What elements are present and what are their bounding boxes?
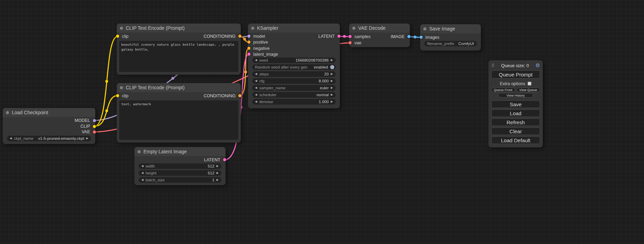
widget-value: euler <box>320 86 329 90</box>
increment-arrow-icon[interactable]: ▶ <box>331 80 333 82</box>
input-label-latent-image: latent_image <box>253 52 278 57</box>
output-label-conditioning: CONDITIONING <box>204 93 236 98</box>
menu-header: ⠿ Queue size: 0 ⚙ <box>491 62 540 69</box>
queue-buttons-row: Queue Front View Queue <box>491 88 540 92</box>
widget-height[interactable]: ◀ height 512 ▶ <box>139 170 221 176</box>
decrement-arrow-icon[interactable]: ◀ <box>255 93 257 96</box>
decrement-arrow-icon[interactable]: ◀ <box>10 137 12 140</box>
input-slot-positive[interactable] <box>247 40 250 44</box>
output-slot-vae[interactable] <box>93 130 96 134</box>
clear-button[interactable]: Clear <box>491 127 540 135</box>
node-clip-text-encode-positive[interactable]: CLIP Text Encode (Prompt) clip CONDITION… <box>117 24 241 75</box>
input-slot-clip[interactable] <box>116 35 119 38</box>
node-save-image[interactable]: Save Image images filename_prefix ComfyU… <box>420 24 481 51</box>
wire-midpoint-dot <box>243 38 246 40</box>
load-button[interactable]: Load <box>491 109 540 117</box>
increment-arrow-icon[interactable]: ▶ <box>217 172 219 174</box>
widget-name: ckpt_name <box>14 136 33 141</box>
node-title-bar[interactable]: CLIP Text Encode (Prompt) <box>117 24 241 33</box>
drag-handle-icon[interactable]: ⠿ <box>491 63 495 68</box>
increment-arrow-icon[interactable]: ▶ <box>331 100 333 103</box>
output-slot-conditioning[interactable] <box>238 35 241 38</box>
node-load-checkpoint[interactable]: Load Checkpoint MODEL CLIP VAE ◀ ckpt_na… <box>3 108 95 144</box>
node-title-bar[interactable]: Empty Latent Image <box>134 147 226 156</box>
widget-width[interactable]: ◀ width 512 ▶ <box>139 163 221 169</box>
output-slot-clip[interactable] <box>93 125 96 128</box>
queue-prompt-button[interactable]: Queue Prompt <box>491 70 540 79</box>
widget-cfg[interactable]: ◀ cfg 8.000 ▶ <box>252 78 336 84</box>
wire-midpoint-dot <box>244 71 247 73</box>
widget-name: cfg <box>259 79 264 83</box>
widget-value: 8.000 <box>319 79 329 83</box>
load-default-button[interactable]: Load Default <box>491 136 540 144</box>
decrement-arrow-icon[interactable]: ◀ <box>255 100 257 103</box>
increment-arrow-icon[interactable]: ▶ <box>86 137 88 140</box>
node-title-bar[interactable]: CLIP Text Encode (Prompt) <box>117 83 241 92</box>
decrement-arrow-icon[interactable]: ◀ <box>141 179 143 181</box>
widget-denoise[interactable]: ◀ denoise 1.000 ▶ <box>252 99 336 105</box>
node-status-dot-icon <box>6 111 9 114</box>
widget-batch-size[interactable]: ◀ batch_size 1 ▶ <box>139 177 221 183</box>
increment-arrow-icon[interactable]: ▶ <box>331 87 333 89</box>
refresh-button[interactable]: Refresh <box>491 118 540 126</box>
input-slot-images[interactable] <box>420 36 423 39</box>
decrement-arrow-icon[interactable]: ◀ <box>255 87 257 89</box>
widget-ckpt-name[interactable]: ◀ ckpt_name v1-5-pruned-emaonly.ckpt ▶ <box>7 136 91 141</box>
node-ksampler[interactable]: KSampler model positive negative latent_… <box>248 24 340 108</box>
settings-gear-icon[interactable]: ⚙ <box>536 62 540 69</box>
widget-scheduler[interactable]: ◀ scheduler normal ▶ <box>252 92 336 98</box>
increment-arrow-icon[interactable]: ▶ <box>331 73 333 75</box>
input-slot-vae[interactable] <box>349 41 352 44</box>
widget-name: height <box>145 171 156 175</box>
decrement-arrow-icon[interactable]: ◀ <box>255 59 257 62</box>
output-label-vae: VAE <box>82 129 90 134</box>
input-slot-negative[interactable] <box>247 47 250 50</box>
output-slot-image[interactable] <box>407 35 411 38</box>
save-button[interactable]: Save <box>491 100 540 108</box>
increment-arrow-icon[interactable]: ▶ <box>331 59 333 62</box>
node-vae-decode[interactable]: VAE Decode samples vae IMAGE <box>349 24 410 47</box>
extra-options-checkbox[interactable] <box>528 82 531 85</box>
widget-sampler-name[interactable]: ◀ sampler_name euler ▶ <box>252 85 336 91</box>
input-slot-clip[interactable] <box>116 94 119 97</box>
node-title-bar[interactable]: Load Checkpoint <box>3 108 95 117</box>
input-slot-latent-image[interactable] <box>247 53 250 56</box>
decrement-arrow-icon[interactable]: ◀ <box>255 80 257 82</box>
node-title-bar[interactable]: KSampler <box>248 24 340 33</box>
input-slot-samples[interactable] <box>349 35 352 38</box>
widget-seed[interactable]: ◀ seed 156680208700286 ▶ <box>252 57 336 63</box>
widget-value: 20 <box>324 72 329 76</box>
node-empty-latent-image[interactable]: Empty Latent Image LATENT ◀ width 512 ▶ … <box>134 147 226 185</box>
input-slot-model[interactable] <box>247 35 250 38</box>
increment-arrow-icon[interactable]: ▶ <box>331 93 333 96</box>
extra-options-row: Extra options <box>491 81 540 87</box>
widget-seed-control[interactable]: Random seed after every gen enabled <box>252 64 336 70</box>
node-title-bar[interactable]: VAE Decode <box>349 24 410 33</box>
prompt-textarea[interactable]: beautiful scenery nature glass bottle la… <box>119 41 238 72</box>
output-slot-conditioning[interactable] <box>238 94 241 97</box>
graph-canvas[interactable]: Load Checkpoint MODEL CLIP VAE ◀ ckpt_na… <box>0 0 644 244</box>
decrement-arrow-icon[interactable]: ◀ <box>141 165 143 168</box>
increment-arrow-icon[interactable]: ▶ <box>217 179 219 181</box>
widget-filename-prefix[interactable]: filename_prefix ComfyUI <box>424 41 477 46</box>
input-label-positive: positive <box>253 40 268 45</box>
queue-front-button[interactable]: Queue Front <box>491 88 515 92</box>
node-title-bar[interactable]: Save Image <box>420 24 481 33</box>
wire-midpoint-dot <box>414 36 416 38</box>
output-label-conditioning: CONDITIONING <box>204 34 236 39</box>
output-slot-latent[interactable] <box>337 35 341 38</box>
decrement-arrow-icon[interactable]: ◀ <box>255 73 257 75</box>
node-status-dot-icon <box>352 27 355 30</box>
output-slot-latent[interactable] <box>223 158 226 161</box>
output-slot-model[interactable] <box>93 119 96 122</box>
widget-steps[interactable]: ◀ steps 20 ▶ <box>252 71 336 77</box>
node-clip-text-encode-negative[interactable]: CLIP Text Encode (Prompt) clip CONDITION… <box>117 83 241 143</box>
increment-arrow-icon[interactable]: ▶ <box>217 165 219 168</box>
widget-name: steps <box>259 72 269 76</box>
input-label-samples: samples <box>354 34 371 39</box>
prompt-textarea[interactable]: text, watermark <box>119 100 238 140</box>
toggle-knob-icon[interactable] <box>330 65 334 69</box>
decrement-arrow-icon[interactable]: ◀ <box>141 172 143 174</box>
view-queue-button[interactable]: View Queue <box>517 88 540 92</box>
view-history-button[interactable]: View History <box>498 93 533 98</box>
